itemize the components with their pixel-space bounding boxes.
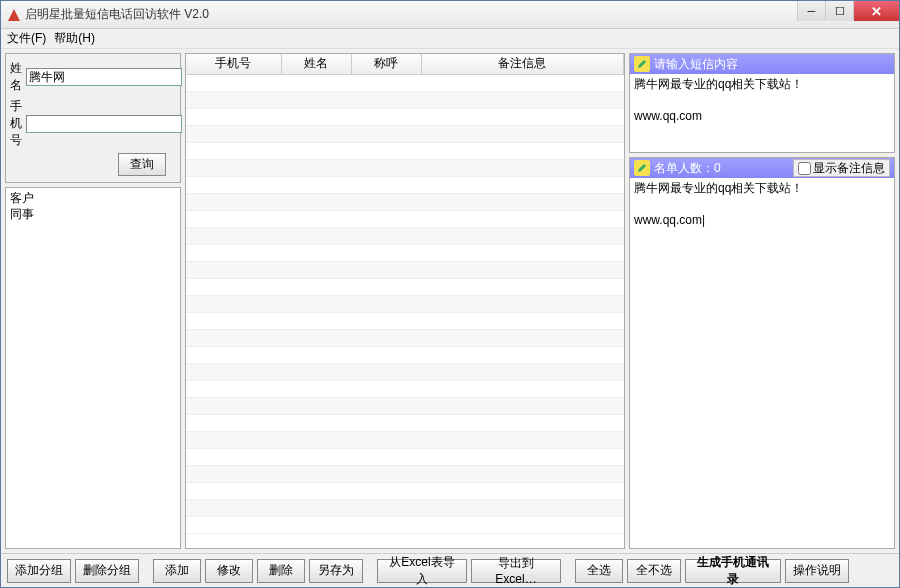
edit-button[interactable]: 修改 bbox=[205, 559, 253, 583]
phone-label: 手机号 bbox=[10, 98, 26, 149]
sms-panel-title: 请输入短信内容 bbox=[654, 56, 890, 73]
import-excel-button[interactable]: 从Excel表导入 bbox=[377, 559, 467, 583]
add-group-button[interactable]: 添加分组 bbox=[7, 559, 71, 583]
table-row[interactable] bbox=[186, 500, 624, 517]
list-textarea[interactable]: 腾牛网最专业的qq相关下载站！ www.qq.com bbox=[630, 178, 894, 548]
titlebar: 启明星批量短信电话回访软件 V2.0 ─ ☐ ✕ bbox=[1, 1, 899, 29]
name-input[interactable] bbox=[26, 68, 182, 86]
app-icon bbox=[7, 8, 21, 22]
table-row[interactable] bbox=[186, 262, 624, 279]
name-label: 姓 名 bbox=[10, 60, 26, 94]
column-header[interactable]: 称呼 bbox=[351, 54, 421, 74]
manual-button[interactable]: 操作说明 bbox=[785, 559, 849, 583]
contacts-table[interactable]: 手机号姓名称呼备注信息 bbox=[186, 54, 624, 75]
table-row[interactable] bbox=[186, 211, 624, 228]
window-controls: ─ ☐ ✕ bbox=[797, 1, 899, 21]
table-row[interactable] bbox=[186, 109, 624, 126]
table-row[interactable] bbox=[186, 75, 624, 92]
svg-marker-0 bbox=[8, 9, 20, 21]
add-button[interactable]: 添加 bbox=[153, 559, 201, 583]
menu-file[interactable]: 文件(F) bbox=[7, 30, 46, 47]
table-row[interactable] bbox=[186, 126, 624, 143]
phone-input[interactable] bbox=[26, 115, 182, 133]
main-content: 姓 名 手机号 查询 客户同事 手机号姓名称呼备注信息 bbox=[1, 49, 899, 553]
list-panel-title: 名单人数：0 bbox=[654, 160, 789, 177]
right-column: 请输入短信内容 腾牛网最专业的qq相关下载站！ www.qq.com 名单人数：… bbox=[629, 53, 895, 549]
table-row[interactable] bbox=[186, 194, 624, 211]
table-row[interactable] bbox=[186, 466, 624, 483]
table-row[interactable] bbox=[186, 330, 624, 347]
delete-button[interactable]: 删除 bbox=[257, 559, 305, 583]
contacts-table-panel: 手机号姓名称呼备注信息 bbox=[185, 53, 625, 549]
column-header[interactable]: 姓名 bbox=[281, 54, 351, 74]
group-list[interactable]: 客户同事 bbox=[5, 187, 181, 549]
menu-help[interactable]: 帮助(H) bbox=[54, 30, 95, 47]
search-panel: 姓 名 手机号 查询 bbox=[5, 53, 181, 183]
table-row[interactable] bbox=[186, 92, 624, 109]
table-row[interactable] bbox=[186, 160, 624, 177]
table-row[interactable] bbox=[186, 483, 624, 500]
export-excel-button[interactable]: 导出到Excel… bbox=[471, 559, 561, 583]
show-remark-checkbox-wrap[interactable]: 显示备注信息 bbox=[793, 159, 890, 177]
app-window: 启明星批量短信电话回访软件 V2.0 ─ ☐ ✕ 文件(F) 帮助(H) 姓 名… bbox=[0, 0, 900, 588]
maximize-button[interactable]: ☐ bbox=[825, 1, 853, 21]
query-button[interactable]: 查询 bbox=[118, 153, 166, 176]
table-row[interactable] bbox=[186, 177, 624, 194]
sms-panel-header: 请输入短信内容 bbox=[630, 54, 894, 74]
sms-input-panel: 请输入短信内容 腾牛网最专业的qq相关下载站！ www.qq.com bbox=[629, 53, 895, 153]
pencil-icon bbox=[634, 56, 650, 72]
window-title: 启明星批量短信电话回访软件 V2.0 bbox=[25, 6, 899, 23]
list-panel: 名单人数：0 显示备注信息 腾牛网最专业的qq相关下载站！ www.qq.com bbox=[629, 157, 895, 549]
table-row[interactable] bbox=[186, 279, 624, 296]
group-item[interactable]: 客户 bbox=[10, 190, 176, 206]
table-row[interactable] bbox=[186, 415, 624, 432]
table-row[interactable] bbox=[186, 347, 624, 364]
left-column: 姓 名 手机号 查询 客户同事 bbox=[5, 53, 181, 549]
sms-textarea[interactable]: 腾牛网最专业的qq相关下载站！ www.qq.com bbox=[630, 74, 894, 152]
table-row[interactable] bbox=[186, 381, 624, 398]
table-row[interactable] bbox=[186, 398, 624, 415]
table-row[interactable] bbox=[186, 245, 624, 262]
column-header[interactable]: 手机号 bbox=[186, 54, 281, 74]
delete-group-button[interactable]: 删除分组 bbox=[75, 559, 139, 583]
menubar: 文件(F) 帮助(H) bbox=[1, 29, 899, 49]
table-row[interactable] bbox=[186, 432, 624, 449]
select-none-button[interactable]: 全不选 bbox=[627, 559, 681, 583]
group-item[interactable]: 同事 bbox=[10, 206, 176, 222]
show-remark-label: 显示备注信息 bbox=[813, 160, 885, 177]
list-panel-header: 名单人数：0 显示备注信息 bbox=[630, 158, 894, 178]
show-remark-checkbox[interactable] bbox=[798, 162, 811, 175]
table-row[interactable] bbox=[186, 364, 624, 381]
column-header[interactable]: 备注信息 bbox=[421, 54, 624, 74]
select-all-button[interactable]: 全选 bbox=[575, 559, 623, 583]
table-row[interactable] bbox=[186, 143, 624, 160]
pencil-icon bbox=[634, 160, 650, 176]
minimize-button[interactable]: ─ bbox=[797, 1, 825, 21]
table-row[interactable] bbox=[186, 517, 624, 534]
generate-contacts-button[interactable]: 生成手机通讯录 bbox=[685, 559, 781, 583]
table-row[interactable] bbox=[186, 449, 624, 466]
close-button[interactable]: ✕ bbox=[853, 1, 899, 21]
saveas-button[interactable]: 另存为 bbox=[309, 559, 363, 583]
table-row[interactable] bbox=[186, 313, 624, 330]
bottom-toolbar: 添加分组 删除分组 添加 修改 删除 另存为 从Excel表导入 导出到Exce… bbox=[1, 553, 899, 587]
table-row[interactable] bbox=[186, 296, 624, 313]
table-row[interactable] bbox=[186, 228, 624, 245]
